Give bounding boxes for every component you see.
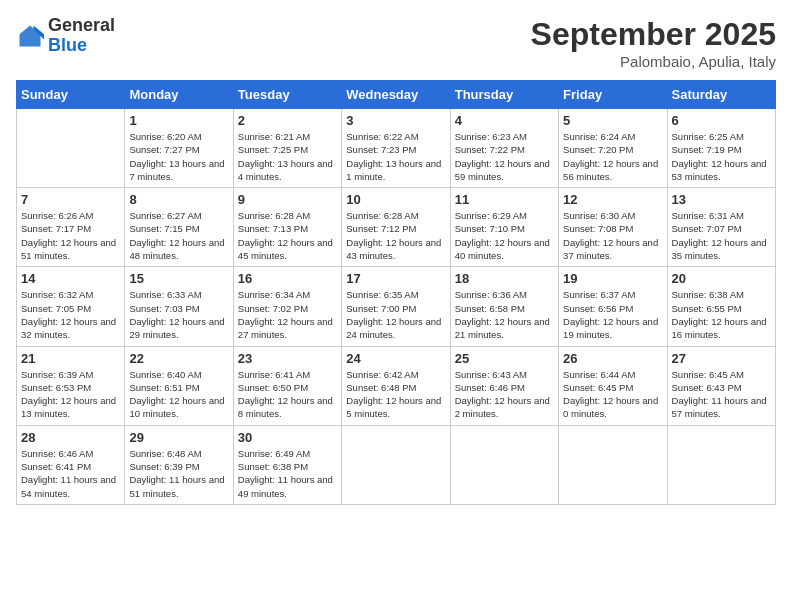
day-info: Sunrise: 6:37 AM Sunset: 6:56 PM Dayligh… — [563, 288, 662, 341]
calendar-cell: 26Sunrise: 6:44 AM Sunset: 6:45 PM Dayli… — [559, 346, 667, 425]
calendar-cell: 14Sunrise: 6:32 AM Sunset: 7:05 PM Dayli… — [17, 267, 125, 346]
day-number: 11 — [455, 192, 554, 207]
calendar-header-row: Sunday Monday Tuesday Wednesday Thursday… — [17, 81, 776, 109]
day-info: Sunrise: 6:26 AM Sunset: 7:17 PM Dayligh… — [21, 209, 120, 262]
day-info: Sunrise: 6:31 AM Sunset: 7:07 PM Dayligh… — [672, 209, 771, 262]
calendar-cell — [559, 425, 667, 504]
day-info: Sunrise: 6:43 AM Sunset: 6:46 PM Dayligh… — [455, 368, 554, 421]
calendar-cell: 3Sunrise: 6:22 AM Sunset: 7:23 PM Daylig… — [342, 109, 450, 188]
day-number: 1 — [129, 113, 228, 128]
calendar-week-row: 14Sunrise: 6:32 AM Sunset: 7:05 PM Dayli… — [17, 267, 776, 346]
day-number: 12 — [563, 192, 662, 207]
day-info: Sunrise: 6:35 AM Sunset: 7:00 PM Dayligh… — [346, 288, 445, 341]
calendar-cell: 11Sunrise: 6:29 AM Sunset: 7:10 PM Dayli… — [450, 188, 558, 267]
col-saturday: Saturday — [667, 81, 775, 109]
col-wednesday: Wednesday — [342, 81, 450, 109]
calendar-cell: 2Sunrise: 6:21 AM Sunset: 7:25 PM Daylig… — [233, 109, 341, 188]
day-number: 17 — [346, 271, 445, 286]
header: General Blue September 2025 Palombaio, A… — [16, 16, 776, 70]
day-info: Sunrise: 6:32 AM Sunset: 7:05 PM Dayligh… — [21, 288, 120, 341]
day-number: 19 — [563, 271, 662, 286]
day-info: Sunrise: 6:28 AM Sunset: 7:13 PM Dayligh… — [238, 209, 337, 262]
day-info: Sunrise: 6:28 AM Sunset: 7:12 PM Dayligh… — [346, 209, 445, 262]
day-number: 9 — [238, 192, 337, 207]
day-number: 27 — [672, 351, 771, 366]
day-info: Sunrise: 6:38 AM Sunset: 6:55 PM Dayligh… — [672, 288, 771, 341]
calendar-cell: 15Sunrise: 6:33 AM Sunset: 7:03 PM Dayli… — [125, 267, 233, 346]
day-info: Sunrise: 6:24 AM Sunset: 7:20 PM Dayligh… — [563, 130, 662, 183]
day-number: 15 — [129, 271, 228, 286]
col-friday: Friday — [559, 81, 667, 109]
day-info: Sunrise: 6:41 AM Sunset: 6:50 PM Dayligh… — [238, 368, 337, 421]
col-tuesday: Tuesday — [233, 81, 341, 109]
calendar-cell — [667, 425, 775, 504]
day-info: Sunrise: 6:42 AM Sunset: 6:48 PM Dayligh… — [346, 368, 445, 421]
month-title: September 2025 — [531, 16, 776, 53]
calendar-cell — [17, 109, 125, 188]
calendar-cell: 29Sunrise: 6:48 AM Sunset: 6:39 PM Dayli… — [125, 425, 233, 504]
logo: General Blue — [16, 16, 115, 56]
day-number: 5 — [563, 113, 662, 128]
calendar-week-row: 21Sunrise: 6:39 AM Sunset: 6:53 PM Dayli… — [17, 346, 776, 425]
day-number: 7 — [21, 192, 120, 207]
day-number: 30 — [238, 430, 337, 445]
calendar-cell: 24Sunrise: 6:42 AM Sunset: 6:48 PM Dayli… — [342, 346, 450, 425]
day-number: 29 — [129, 430, 228, 445]
calendar-cell: 5Sunrise: 6:24 AM Sunset: 7:20 PM Daylig… — [559, 109, 667, 188]
day-info: Sunrise: 6:23 AM Sunset: 7:22 PM Dayligh… — [455, 130, 554, 183]
calendar-cell: 12Sunrise: 6:30 AM Sunset: 7:08 PM Dayli… — [559, 188, 667, 267]
day-info: Sunrise: 6:21 AM Sunset: 7:25 PM Dayligh… — [238, 130, 337, 183]
day-info: Sunrise: 6:27 AM Sunset: 7:15 PM Dayligh… — [129, 209, 228, 262]
day-number: 28 — [21, 430, 120, 445]
col-monday: Monday — [125, 81, 233, 109]
day-number: 26 — [563, 351, 662, 366]
logo-text: General Blue — [48, 16, 115, 56]
day-number: 3 — [346, 113, 445, 128]
day-info: Sunrise: 6:20 AM Sunset: 7:27 PM Dayligh… — [129, 130, 228, 183]
col-sunday: Sunday — [17, 81, 125, 109]
calendar-cell: 6Sunrise: 6:25 AM Sunset: 7:19 PM Daylig… — [667, 109, 775, 188]
location-subtitle: Palombaio, Apulia, Italy — [531, 53, 776, 70]
day-info: Sunrise: 6:36 AM Sunset: 6:58 PM Dayligh… — [455, 288, 554, 341]
day-number: 23 — [238, 351, 337, 366]
calendar-cell: 23Sunrise: 6:41 AM Sunset: 6:50 PM Dayli… — [233, 346, 341, 425]
day-number: 14 — [21, 271, 120, 286]
svg-marker-0 — [20, 25, 41, 46]
calendar-cell — [450, 425, 558, 504]
calendar-cell: 4Sunrise: 6:23 AM Sunset: 7:22 PM Daylig… — [450, 109, 558, 188]
day-number: 24 — [346, 351, 445, 366]
day-info: Sunrise: 6:30 AM Sunset: 7:08 PM Dayligh… — [563, 209, 662, 262]
calendar-cell: 8Sunrise: 6:27 AM Sunset: 7:15 PM Daylig… — [125, 188, 233, 267]
calendar-cell: 28Sunrise: 6:46 AM Sunset: 6:41 PM Dayli… — [17, 425, 125, 504]
day-info: Sunrise: 6:44 AM Sunset: 6:45 PM Dayligh… — [563, 368, 662, 421]
day-info: Sunrise: 6:22 AM Sunset: 7:23 PM Dayligh… — [346, 130, 445, 183]
day-number: 16 — [238, 271, 337, 286]
day-info: Sunrise: 6:48 AM Sunset: 6:39 PM Dayligh… — [129, 447, 228, 500]
calendar-cell: 18Sunrise: 6:36 AM Sunset: 6:58 PM Dayli… — [450, 267, 558, 346]
day-info: Sunrise: 6:33 AM Sunset: 7:03 PM Dayligh… — [129, 288, 228, 341]
calendar-week-row: 1Sunrise: 6:20 AM Sunset: 7:27 PM Daylig… — [17, 109, 776, 188]
logo-blue: Blue — [48, 36, 115, 56]
day-number: 21 — [21, 351, 120, 366]
calendar-cell: 17Sunrise: 6:35 AM Sunset: 7:00 PM Dayli… — [342, 267, 450, 346]
calendar-cell: 22Sunrise: 6:40 AM Sunset: 6:51 PM Dayli… — [125, 346, 233, 425]
day-info: Sunrise: 6:49 AM Sunset: 6:38 PM Dayligh… — [238, 447, 337, 500]
calendar-week-row: 7Sunrise: 6:26 AM Sunset: 7:17 PM Daylig… — [17, 188, 776, 267]
logo-general: General — [48, 16, 115, 36]
col-thursday: Thursday — [450, 81, 558, 109]
day-info: Sunrise: 6:25 AM Sunset: 7:19 PM Dayligh… — [672, 130, 771, 183]
day-number: 22 — [129, 351, 228, 366]
calendar-cell: 16Sunrise: 6:34 AM Sunset: 7:02 PM Dayli… — [233, 267, 341, 346]
day-info: Sunrise: 6:39 AM Sunset: 6:53 PM Dayligh… — [21, 368, 120, 421]
day-number: 25 — [455, 351, 554, 366]
day-info: Sunrise: 6:40 AM Sunset: 6:51 PM Dayligh… — [129, 368, 228, 421]
day-number: 20 — [672, 271, 771, 286]
logo-icon — [16, 22, 44, 50]
calendar-cell: 27Sunrise: 6:45 AM Sunset: 6:43 PM Dayli… — [667, 346, 775, 425]
day-number: 2 — [238, 113, 337, 128]
calendar-cell: 21Sunrise: 6:39 AM Sunset: 6:53 PM Dayli… — [17, 346, 125, 425]
calendar-cell — [342, 425, 450, 504]
calendar-cell: 9Sunrise: 6:28 AM Sunset: 7:13 PM Daylig… — [233, 188, 341, 267]
day-number: 8 — [129, 192, 228, 207]
calendar-cell: 30Sunrise: 6:49 AM Sunset: 6:38 PM Dayli… — [233, 425, 341, 504]
